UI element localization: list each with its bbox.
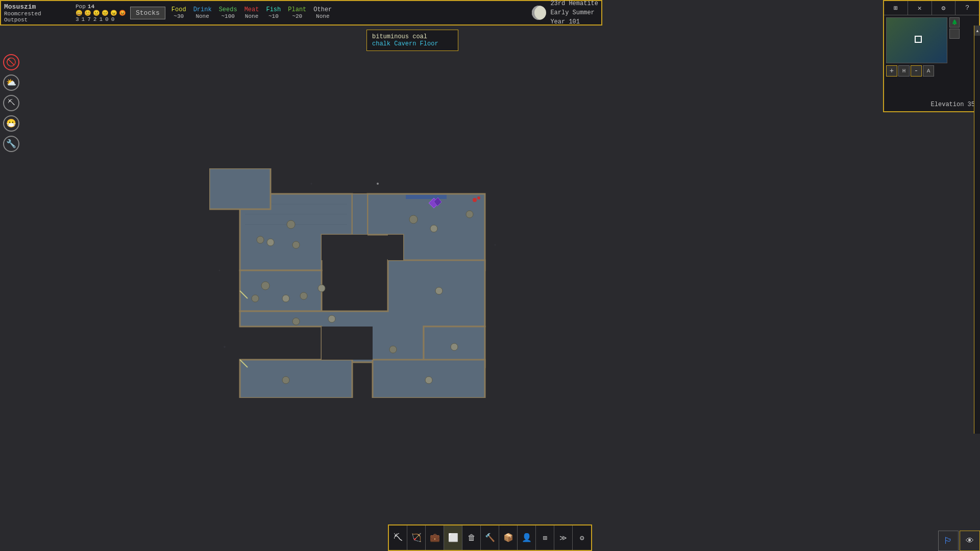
tooltip-line1: bituminous coal — [372, 33, 453, 40]
top-bar: Mosuszim Roomcrested Outpost Pop 14 😀 😊 … — [0, 0, 602, 26]
pop-section: Pop 14 😀 😊 😐 😐 😠 😡 3 1 7 2 1 0 0 — [76, 4, 126, 22]
emoji-1: 😀 — [76, 10, 83, 16]
svg-rect-27 — [388, 235, 403, 260]
sidebar-icon-designate[interactable]: ⛏ — [3, 95, 19, 111]
br-eye-btn[interactable]: 👁 — [960, 531, 980, 551]
emoji-5: 😠 — [110, 10, 117, 16]
tooltip-popup: bituminous coal chalk Cavern Floor — [366, 30, 458, 51]
sidebar-icon-status[interactable]: 😷 — [3, 115, 19, 132]
pop-num-4: 2 — [93, 16, 97, 22]
resources-bar: Food ~30 Drink None Seeds ~100 Meat None… — [172, 6, 532, 19]
tooltip-line2: chalk Cavern Floor — [372, 40, 453, 47]
svg-point-4 — [219, 270, 220, 271]
svg-point-41 — [328, 315, 335, 322]
date-section: 23rd Hematite Early Summer Year 101 — [532, 0, 598, 27]
svg-rect-24 — [240, 360, 352, 398]
minimap-cursor — [915, 36, 922, 43]
pop-label: Pop — [76, 4, 86, 10]
svg-point-34 — [430, 225, 437, 232]
right-panel: ⊞ ✕ ⚙ ? 🌲 + H - A Elevation 35 — [883, 0, 980, 112]
rp-grid-btn[interactable]: ⊞ — [884, 1, 908, 15]
br-flag-btn[interactable]: 🏳 — [938, 531, 959, 551]
pop-num-6: 0 — [105, 16, 109, 22]
pop-num-5: 1 — [99, 16, 103, 22]
tb-grid[interactable]: ⊞ — [536, 525, 554, 550]
svg-point-50 — [377, 183, 379, 185]
pop-count: 14 — [88, 4, 94, 10]
svg-rect-19 — [240, 270, 322, 311]
svg-point-33 — [409, 215, 418, 223]
tb-more[interactable]: ≫ — [554, 525, 573, 550]
svg-point-47 — [451, 343, 458, 350]
sidebar-icon-settings[interactable]: 🔧 — [3, 136, 19, 152]
bottom-toolbar: ⛏ 🏹 💼 ⬜ 🗑 🔨 📦 👤 ⊞ ≫ ⚙ — [388, 524, 592, 551]
fish-label: Fish — [266, 6, 281, 13]
rp-help-btn[interactable]: ? — [955, 1, 979, 15]
pop-num-3: 7 — [87, 16, 91, 22]
svg-point-35 — [466, 211, 473, 218]
minimap[interactable] — [886, 17, 947, 63]
svg-point-7 — [224, 346, 226, 348]
svg-point-16 — [477, 196, 480, 199]
rp-x-btn[interactable]: ✕ — [908, 1, 932, 15]
tb-settings[interactable]: ⚙ — [573, 525, 591, 550]
food-resource: Food ~30 — [172, 6, 186, 19]
meat-resource: Meat None — [244, 6, 259, 19]
sidebar-icon-weather[interactable]: ⛅ — [3, 74, 19, 91]
svg-rect-14 — [406, 195, 447, 199]
rp-icon-map[interactable] — [949, 29, 960, 39]
svg-point-44 — [282, 377, 289, 384]
rp-zoom-in[interactable]: + — [886, 65, 897, 77]
svg-rect-20 — [352, 194, 368, 235]
svg-point-31 — [267, 239, 274, 246]
fortress-sub1: Roomcrested — [4, 11, 70, 17]
sidebar-icon-no-entry[interactable]: 🚫 — [3, 54, 19, 70]
bottom-right-controls: 🏳 👁 — [938, 531, 980, 551]
scroll-up-arrow[interactable]: ▲ — [974, 26, 980, 36]
tb-hammer[interactable]: 🔨 — [481, 525, 499, 550]
svg-point-6 — [495, 244, 496, 246]
left-sidebar: 🚫 ⛅ ⛏ 😷 🔧 — [0, 51, 22, 155]
fish-value: ~10 — [268, 13, 279, 19]
rp-zoom-out[interactable]: - — [911, 65, 922, 77]
rp-gear-btn[interactable]: ⚙ — [932, 1, 956, 15]
tb-box[interactable]: 📦 — [499, 525, 518, 550]
tb-delete[interactable]: 🗑 — [462, 525, 481, 550]
svg-point-15 — [473, 198, 477, 202]
date-line1: 23rd Hematite — [550, 0, 598, 8]
svg-rect-26 — [322, 235, 368, 260]
plant-resource: Plant ~20 — [288, 6, 306, 19]
tb-bow[interactable]: 🏹 — [407, 525, 426, 550]
fortress-sub2: Outpost — [4, 17, 70, 23]
svg-point-43 — [435, 287, 443, 294]
stocks-button[interactable]: Stocks — [130, 7, 165, 19]
rp-icon-tree[interactable]: 🌲 — [949, 17, 960, 28]
tb-person[interactable]: 👤 — [518, 525, 536, 550]
svg-point-29 — [287, 220, 295, 229]
svg-point-36 — [261, 282, 270, 290]
food-label: Food — [172, 6, 186, 13]
svg-point-39 — [318, 285, 325, 292]
fortress-info: Mosuszim Roomcrested Outpost — [4, 3, 70, 23]
svg-point-37 — [282, 295, 289, 302]
tb-square[interactable]: ⬜ — [444, 525, 462, 550]
svg-point-42 — [292, 318, 300, 325]
pop-num-7: 0 — [111, 16, 115, 22]
tb-pickaxe[interactable]: ⛏ — [389, 525, 407, 550]
date-text: 23rd Hematite Early Summer Year 101 — [550, 0, 598, 27]
svg-point-2 — [311, 183, 312, 185]
tb-bag[interactable]: 💼 — [426, 525, 444, 550]
svg-point-30 — [257, 236, 264, 243]
fish-resource: Fish ~10 — [266, 6, 281, 19]
drink-label: Drink — [193, 6, 212, 13]
pop-num-2: 1 — [82, 16, 85, 22]
svg-point-38 — [300, 292, 307, 299]
cave-map[interactable] — [209, 168, 510, 398]
rp-letter-a: A — [923, 65, 934, 77]
other-resource: Other None — [313, 6, 332, 19]
emoji-3: 😐 — [93, 10, 100, 16]
emoji-4: 😐 — [102, 10, 109, 16]
right-scrollbar[interactable]: ▲ — [974, 26, 980, 434]
svg-point-46 — [389, 346, 397, 353]
seeds-resource: Seeds ~100 — [219, 6, 237, 19]
